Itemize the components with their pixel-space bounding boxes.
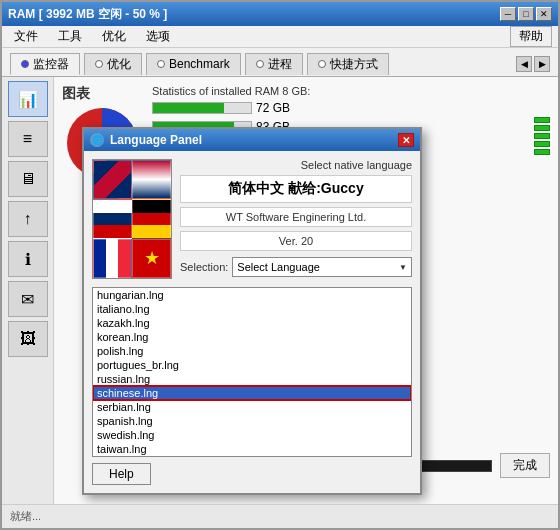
dialog-help-button[interactable]: Help xyxy=(92,463,151,485)
restore-button[interactable]: □ xyxy=(518,7,534,21)
dropdown-item-kazakh[interactable]: kazakh.lng xyxy=(93,316,411,330)
tab-optimize-label: 优化 xyxy=(107,56,131,73)
dialog-footer: Help xyxy=(84,457,420,493)
tab-navigation: ◀ ▶ xyxy=(516,56,550,72)
language-select[interactable]: Select Language ▼ xyxy=(232,257,412,277)
status-text: 就绪... xyxy=(10,509,41,524)
dropdown-item-taiwan[interactable]: taiwan.lng xyxy=(93,442,411,456)
title-bar: RAM [ 3992 MB 空闲 - 50 % ] ─ □ ✕ xyxy=(2,2,558,26)
dropdown-item-schinese[interactable]: schinese.lng xyxy=(93,386,411,400)
dialog-overlay: 🌐 Language Panel ✕ xyxy=(2,77,558,504)
tab-prev-button[interactable]: ◀ xyxy=(516,56,532,72)
dropdown-item-italiano[interactable]: italiano.lng xyxy=(93,302,411,316)
dropdown-item-serbian[interactable]: serbian.lng xyxy=(93,400,411,414)
company-text: WT Software Enginering Ltd. xyxy=(180,207,412,227)
flags-image: ★ xyxy=(92,159,172,279)
menu-items: 文件 工具 优化 选项 xyxy=(8,27,176,46)
flag-us xyxy=(132,160,171,199)
minimize-button[interactable]: ─ xyxy=(500,7,516,21)
tab-monitor[interactable]: 监控器 xyxy=(10,53,80,75)
tab-radio-monitor xyxy=(21,60,29,68)
tab-radio-benchmark xyxy=(157,60,165,68)
menu-optimize[interactable]: 优化 xyxy=(96,27,132,46)
dialog-icon: 🌐 xyxy=(90,133,104,147)
tab-process[interactable]: 进程 xyxy=(245,53,303,75)
menu-options[interactable]: 选项 xyxy=(140,27,176,46)
dialog-title-text: Language Panel xyxy=(110,133,202,147)
select-arrow-icon: ▼ xyxy=(399,263,407,272)
tab-radio-process xyxy=(256,60,264,68)
flag-cn: ★ xyxy=(132,239,171,278)
main-window: RAM [ 3992 MB 空闲 - 50 % ] ─ □ ✕ 文件 工具 优化… xyxy=(0,0,560,530)
dialog-title-bar: 🌐 Language Panel ✕ xyxy=(84,129,420,151)
dropdown-list[interactable]: hungarian.lng italiano.lng kazakh.lng ko… xyxy=(92,287,412,457)
window-title: RAM [ 3992 MB 空闲 - 50 % ] xyxy=(8,6,167,23)
tab-radio-optimize xyxy=(95,60,103,68)
tab-radio-shortcut xyxy=(318,60,326,68)
version-text: Ver. 20 xyxy=(180,231,412,251)
tab-next-button[interactable]: ▶ xyxy=(534,56,550,72)
dropdown-item-spanish[interactable]: spanish.lng xyxy=(93,414,411,428)
dropdown-item-swedish[interactable]: swedish.lng xyxy=(93,428,411,442)
close-button[interactable]: ✕ xyxy=(536,7,552,21)
lang-name-display: 简体中文 献给:Guccy xyxy=(180,175,412,203)
content-area: 📊 ≡ 🖥 ↑ ℹ ✉ 🖼 图表 xyxy=(2,76,558,504)
select-value: Select Language xyxy=(237,261,320,273)
dropdown-item-hungarian[interactable]: hungarian.lng xyxy=(93,288,411,302)
dropdown-item-korean[interactable]: korean.lng xyxy=(93,330,411,344)
language-dialog: 🌐 Language Panel ✕ xyxy=(82,127,422,495)
tab-bar: 监控器 优化 Benchmark 进程 快捷方式 ◀ ▶ xyxy=(2,48,558,76)
dialog-close-button[interactable]: ✕ xyxy=(398,133,414,147)
dialog-body: ★ Select native language 简体中文 献给:Guccy W… xyxy=(84,151,420,287)
flag-uk xyxy=(93,160,132,199)
tab-optimize[interactable]: 优化 xyxy=(84,53,142,75)
tab-benchmark[interactable]: Benchmark xyxy=(146,53,241,75)
tab-shortcut-label: 快捷方式 xyxy=(330,56,378,73)
status-bar: 就绪... xyxy=(2,504,558,528)
tab-shortcut[interactable]: 快捷方式 xyxy=(307,53,389,75)
flag-ru xyxy=(93,199,132,238)
menu-tools[interactable]: 工具 xyxy=(52,27,88,46)
window-controls: ─ □ ✕ xyxy=(500,7,552,21)
flag-de xyxy=(132,199,171,238)
flag-fr xyxy=(93,239,132,278)
dropdown-item-portugues[interactable]: portugues_br.lng xyxy=(93,358,411,372)
selection-row: Selection: Select Language ▼ xyxy=(180,257,412,277)
selection-label: Selection: xyxy=(180,261,228,273)
help-button[interactable]: 帮助 xyxy=(510,26,552,47)
tab-process-label: 进程 xyxy=(268,56,292,73)
flags-grid: ★ xyxy=(93,160,171,278)
tab-monitor-label: 监控器 xyxy=(33,56,69,73)
menu-bar: 文件 工具 优化 选项 帮助 xyxy=(2,26,558,48)
menu-file[interactable]: 文件 xyxy=(8,27,44,46)
dialog-right: Select native language 简体中文 献给:Guccy WT … xyxy=(180,159,412,279)
dropdown-item-russian[interactable]: russian.lng xyxy=(93,372,411,386)
dropdown-item-polish[interactable]: polish.lng xyxy=(93,344,411,358)
native-lang-label: Select native language xyxy=(180,159,412,171)
dialog-title-left: 🌐 Language Panel xyxy=(90,133,202,147)
tab-benchmark-label: Benchmark xyxy=(169,57,230,71)
